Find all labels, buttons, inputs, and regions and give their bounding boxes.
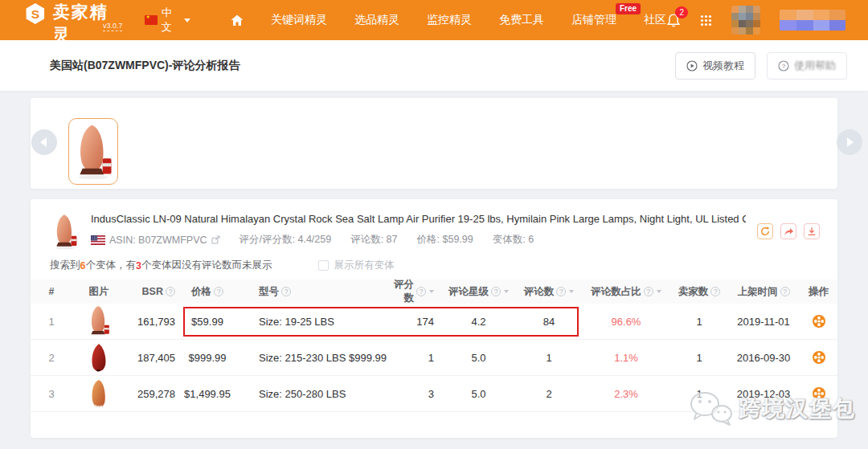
seller-count-value: 1 (671, 316, 727, 328)
nav-item-store-manage[interactable]: 店铺管理 Free (571, 13, 616, 27)
help-icon[interactable]: ? (710, 287, 720, 296)
star-rating-value: 5.0 (440, 352, 517, 364)
language-selector[interactable]: 中文 (145, 6, 190, 35)
seller-count-value: 1 (671, 352, 727, 364)
row-index: 3 (31, 388, 72, 400)
video-tutorial-label: 视频教程 (702, 59, 744, 73)
price-value: $59.99 (175, 316, 240, 328)
sort-icon[interactable] (504, 290, 509, 293)
sort-icon[interactable] (657, 290, 661, 293)
chevron-right-icon (847, 137, 854, 147)
variant-image (86, 305, 112, 337)
col-header-actions: 操作 (800, 285, 837, 299)
notifications-button[interactable]: 2 (666, 13, 681, 27)
share-button[interactable] (780, 223, 796, 239)
nav-item-monitor[interactable]: 监控精灵 (427, 13, 472, 27)
rating-count-value: 1 (392, 352, 440, 364)
row-action-button[interactable] (813, 387, 825, 400)
nav-item-keyword[interactable]: 关键词精灵 (271, 13, 327, 27)
help-button[interactable]: ? 使用帮助 (767, 52, 847, 80)
home-button[interactable] (231, 14, 244, 27)
carousel-prev-button[interactable] (31, 129, 57, 155)
help-icon[interactable]: ? (556, 287, 566, 296)
note-text: 个变体因没有评论数而未展示 (141, 259, 272, 272)
page-title: 美国站(B07ZWMFPVC)-评论分析报告 (50, 59, 240, 73)
seller-sprite-logo-icon: S (24, 2, 47, 26)
product-info: IndusClassic LN-09 Natural Himalayan Cry… (91, 213, 746, 251)
model-value: Size: 215-230 LBS $999.99 (240, 352, 392, 364)
row-image-cell[interactable] (72, 378, 125, 409)
review-count-value: 1 (517, 352, 581, 364)
help-icon[interactable]: ? (416, 287, 426, 296)
rating-count-value: 174 (392, 316, 440, 328)
nav-item-free-tools[interactable]: 免费工具 (499, 13, 544, 27)
col-header-rating-count[interactable]: 评分数? (392, 278, 440, 305)
product-image (52, 213, 78, 251)
review-analysis-card: IndusClassic LN-09 Natural Himalayan Cry… (31, 199, 837, 438)
variants-table: # 图片 BSR? 价格? 型号? 评分数? 评论星级? 评论数? 评论数占比?… (31, 280, 837, 412)
model-value: Size: 250-280 LBS (240, 388, 392, 400)
svg-text:?: ? (782, 63, 786, 70)
col-header-review-count[interactable]: 评论数? (517, 285, 581, 299)
row-index: 1 (31, 316, 72, 328)
bsr-value: 259,278 (125, 388, 175, 400)
price-value: $1,499.95 (175, 388, 240, 400)
variant-image (88, 378, 109, 409)
chevron-left-icon (40, 137, 47, 147)
product-title[interactable]: IndusClassic LN-09 Natural Himalayan Cry… (91, 213, 746, 225)
nav-item-product[interactable]: 选品精灵 (354, 13, 399, 27)
clover-action-icon (813, 351, 825, 364)
help-icon[interactable]: ? (644, 287, 653, 296)
col-header-model: 型号? (240, 285, 392, 299)
col-header-review-pct[interactable]: 评论数占比? (581, 285, 671, 299)
nav-item-community[interactable]: 社区 (644, 13, 666, 27)
help-icon[interactable]: ? (780, 287, 790, 296)
asin-link[interactable]: ASIN: B07ZWMFPVC (91, 235, 220, 246)
top-navbar: S 卖家精灵 v3.0.7 中文 关键词精灵 选品精灵 监控精灵 免费工具 店铺… (0, 0, 868, 40)
chevron-down-icon (184, 18, 190, 22)
col-header-image: 图片 (72, 285, 125, 299)
show-all-variants-checkbox[interactable] (318, 260, 329, 271)
username[interactable] (780, 10, 845, 31)
apps-grid-icon (700, 14, 712, 27)
col-header-index: # (31, 286, 72, 297)
help-icon[interactable]: ? (214, 287, 223, 296)
apps-grid-button[interactable] (700, 14, 712, 27)
download-button[interactable] (804, 223, 820, 239)
row-action-button[interactable] (813, 315, 825, 328)
price-value: $999.99 (175, 352, 240, 364)
video-tutorial-button[interactable]: 视频教程 (675, 52, 755, 80)
variant-thumbnail-selected[interactable] (68, 118, 118, 185)
product-header: IndusClassic LN-09 Natural Himalayan Cry… (52, 213, 820, 251)
question-circle-icon: ? (778, 60, 789, 71)
sort-icon[interactable] (569, 290, 574, 293)
share-icon (784, 227, 794, 236)
reviews-stat: 评论数: 87 (350, 233, 397, 247)
star-rating-value: 4.2 (440, 316, 517, 328)
carousel-next-button[interactable] (837, 129, 862, 155)
price-stat: 价格: $59.99 (417, 233, 473, 247)
row-image-cell[interactable] (72, 342, 125, 373)
seller-count-value: 1 (671, 388, 727, 400)
row-action-button[interactable] (813, 351, 825, 364)
show-all-variants-label[interactable]: 展示所有变体 (334, 259, 394, 272)
logo[interactable]: S 卖家精灵 v3.0.7 (24, 0, 121, 46)
col-header-listed-date: 上架时间? (727, 285, 800, 299)
row-image-cell[interactable] (72, 305, 125, 337)
home-icon (231, 14, 244, 27)
sort-icon[interactable] (429, 290, 434, 293)
refresh-button[interactable] (757, 223, 773, 239)
table-row: 1 161,793 $59.99 Size: 19-25 LBS 174 4.2… (31, 304, 837, 340)
salt-lamp-image (73, 123, 113, 181)
nav-item-store-manage-label: 店铺管理 (571, 13, 616, 26)
help-icon[interactable]: ? (166, 287, 175, 296)
review-pct-value: 2.3% (581, 388, 671, 400)
listed-date-value: 2016-09-30 (727, 352, 800, 364)
language-label: 中文 (162, 6, 180, 35)
help-icon[interactable]: ? (281, 287, 291, 296)
help-icon[interactable]: ? (491, 287, 501, 296)
avatar[interactable] (731, 6, 760, 35)
col-header-star-rating[interactable]: 评论星级? (440, 285, 517, 299)
version-label: v3.0.7 (103, 22, 123, 31)
listed-date-value: 2019-11-01 (727, 316, 800, 328)
